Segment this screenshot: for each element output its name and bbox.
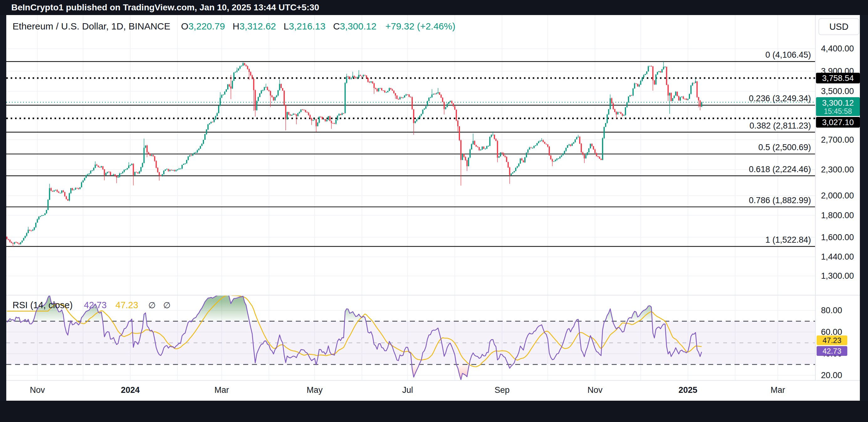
svg-text:2,300.00: 2,300.00 bbox=[821, 165, 854, 174]
svg-text:Mar: Mar bbox=[214, 385, 229, 395]
svg-text:0.236 (3,249.34): 0.236 (3,249.34) bbox=[749, 94, 811, 103]
symbol-title: Ethereum / U.S. Dollar, 1D, BINANCE bbox=[12, 21, 170, 31]
rsi-ma-badge: 47.23 bbox=[816, 335, 847, 345]
ohlc-close: C3,300.12 bbox=[333, 21, 376, 31]
svg-text:2,700.00: 2,700.00 bbox=[821, 135, 854, 145]
svg-text:Jul: Jul bbox=[402, 385, 413, 395]
rsi-ma-value: 47.23 bbox=[116, 300, 138, 310]
rsi-value: 42.73 bbox=[84, 300, 107, 310]
svg-text:Sep: Sep bbox=[494, 385, 509, 395]
ohlc-high: H3,312.62 bbox=[232, 21, 276, 31]
svg-text:Nov: Nov bbox=[30, 385, 45, 395]
last-price: 3,300.12 bbox=[816, 98, 860, 107]
svg-text:0 (4,106.45): 0 (4,106.45) bbox=[765, 50, 811, 60]
currency-toggle-button[interactable]: USD bbox=[818, 18, 859, 35]
svg-text:Nov: Nov bbox=[588, 385, 603, 395]
svg-text:May: May bbox=[307, 385, 323, 395]
price-and-rsi-chart[interactable]: 4,400.003,900.003,500.002,700.002,300.00… bbox=[0, 0, 868, 422]
svg-text:1,600.00: 1,600.00 bbox=[821, 233, 854, 242]
svg-text:2024: 2024 bbox=[121, 385, 140, 395]
rsi-title: RSI (14, close) bbox=[12, 300, 73, 310]
svg-text:2,000.00: 2,000.00 bbox=[821, 191, 854, 200]
svg-text:1,800.00: 1,800.00 bbox=[821, 211, 854, 220]
svg-text:0.786 (1,882.99): 0.786 (1,882.99) bbox=[749, 195, 811, 205]
empty-set-icon: ∅ bbox=[148, 301, 156, 310]
svg-text:1 (1,522.84): 1 (1,522.84) bbox=[765, 235, 811, 245]
svg-text:20.00: 20.00 bbox=[821, 370, 842, 380]
svg-text:4,400.00: 4,400.00 bbox=[821, 44, 854, 53]
svg-text:80.00: 80.00 bbox=[821, 306, 842, 315]
ohlc-low: L3,216.13 bbox=[284, 21, 325, 31]
rsi-legend: RSI (14, close) 42.73 47.23 ∅ ∅ bbox=[12, 300, 176, 310]
fib-lines bbox=[6, 61, 815, 246]
empty-set-icon: ∅ bbox=[163, 301, 171, 310]
svg-text:0.618 (2,224.46): 0.618 (2,224.46) bbox=[749, 164, 811, 174]
svg-text:Mar: Mar bbox=[771, 385, 785, 395]
svg-text:1,300.00: 1,300.00 bbox=[821, 271, 854, 280]
svg-text:2025: 2025 bbox=[678, 385, 697, 395]
last-price-badge: 3,300.12 15:45:58 bbox=[816, 97, 860, 116]
fib-level-badge-3758: 3,758.54 bbox=[816, 73, 860, 83]
bar-countdown: 15:45:58 bbox=[816, 107, 860, 115]
svg-text:1,440.00: 1,440.00 bbox=[821, 252, 854, 262]
ohlc-open: O3,220.79 bbox=[181, 21, 225, 31]
svg-text:0.382 (2,811.23): 0.382 (2,811.23) bbox=[749, 121, 811, 130]
rsi-value-badge: 42.73 bbox=[816, 346, 847, 356]
svg-text:0.5 (2,500.69): 0.5 (2,500.69) bbox=[758, 143, 811, 152]
footer-bar: TradingView bbox=[0, 401, 868, 422]
svg-text:3,500.00: 3,500.00 bbox=[821, 87, 854, 96]
price-change: +79.32 (+2.46%) bbox=[385, 21, 456, 31]
tradingview-chart-window: BeInCrypto1 published on TradingView.com… bbox=[0, 0, 868, 422]
symbol-legend: Ethereum / U.S. Dollar, 1D, BINANCE O3,2… bbox=[12, 21, 455, 32]
fib-level-badge-3027: 3,027.10 bbox=[816, 117, 860, 128]
